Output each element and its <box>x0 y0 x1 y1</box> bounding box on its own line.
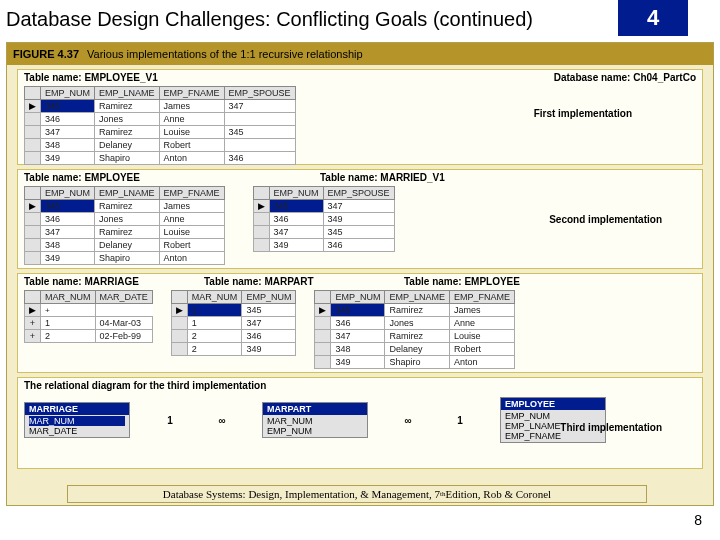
impl1-block: Table name: EMPLOYEE_V1 Database name: C… <box>17 69 703 165</box>
figure-caption-bar: FIGURE 4.37 Various implementations of t… <box>7 43 713 65</box>
slide: Database Design Challenges: Conflicting … <box>0 0 720 540</box>
impl3-t3-table: EMP_NUMEMP_LNAMEEMP_FNAME ▶345RamirezJam… <box>314 290 515 369</box>
database-name-label: Database name: Ch04_PartCo <box>554 72 696 83</box>
row-selector-icon: ▶ <box>29 305 36 315</box>
cardinality-inf: ∞ <box>210 415 234 426</box>
impl1-label: First implementation <box>534 108 632 119</box>
impl2-right-label: Table name: MARRIED_V1 <box>320 172 445 183</box>
cardinality-inf: ∞ <box>396 415 420 426</box>
impl3-block: Table name: MARRIAGE Table name: MARPART… <box>17 273 703 373</box>
cardinality-1: 1 <box>158 415 182 426</box>
impl2-label: Second implementation <box>549 214 662 225</box>
diag-box-employee: EMPLOYEE EMP_NUM EMP_LNAME EMP_FNAME <box>500 397 606 443</box>
title-area: Database Design Challenges: Conflicting … <box>0 0 720 42</box>
impl2-left-table: EMP_NUMEMP_LNAMEEMP_FNAME ▶345RamirezJam… <box>24 186 225 265</box>
impl1-table-label: Table name: EMPLOYEE_V1 <box>24 72 158 83</box>
row-selector-icon: ▶ <box>258 201 265 211</box>
impl1-table: EMP_NUM EMP_LNAME EMP_FNAME EMP_SPOUSE ▶… <box>24 86 296 165</box>
page-number: 8 <box>694 512 702 528</box>
diag-box-marriage: MARRIAGE MAR_NUM MAR_DATE <box>24 402 130 438</box>
impl3-t2-table: MAR_NUMEMP_NUM ▶1345 1347 2346 2349 <box>171 290 297 356</box>
slide-title: Database Design Challenges: Conflicting … <box>6 8 533 31</box>
row-selector-icon: ▶ <box>29 201 36 211</box>
row-selector-icon: ▶ <box>319 305 326 315</box>
impl2-left-label: Table name: EMPLOYEE <box>24 172 140 183</box>
diag-box-marpart: MARPART MAR_NUM EMP_NUM <box>262 402 368 438</box>
reldiag-label: The relational diagram for the third imp… <box>18 378 702 393</box>
row-selector-icon: ▶ <box>29 101 36 111</box>
impl2-block: Table name: EMPLOYEE Table name: MARRIED… <box>17 169 703 269</box>
cardinality-1: 1 <box>448 415 472 426</box>
chapter-number-badge: 4 <box>618 0 688 36</box>
figure-area: FIGURE 4.37 Various implementations of t… <box>6 42 714 506</box>
impl3-t2-label: Table name: MARPART <box>204 276 404 287</box>
impl3-label: Third implementation <box>560 422 662 433</box>
reldiag-block: The relational diagram for the third imp… <box>17 377 703 469</box>
footer-citation: Database Systems: Design, Implementation… <box>67 485 647 503</box>
figure-number: FIGURE 4.37 <box>13 48 79 60</box>
figure-caption: Various implementations of the 1:1 recur… <box>87 48 363 60</box>
impl2-right-table: EMP_NUMEMP_SPOUSE ▶345347 346349 347345 … <box>253 186 395 252</box>
impl3-t1-label: Table name: MARRIAGE <box>24 276 204 287</box>
impl3-t3-label: Table name: EMPLOYEE <box>404 276 520 287</box>
impl3-t1-table: MAR_NUMMAR_DATE ▶+1 +104-Mar-03 +202-Feb… <box>24 290 153 343</box>
row-selector-icon: ▶ <box>176 305 183 315</box>
